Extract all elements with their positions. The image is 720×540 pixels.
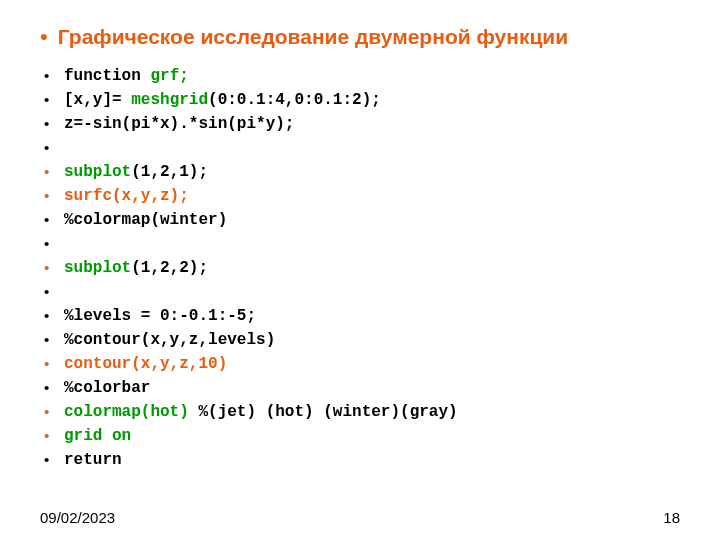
code-text: %contour(x,y,z,levels) bbox=[64, 328, 275, 352]
code-text: contour(x,y,z,10) bbox=[64, 352, 227, 376]
code-line: • colormap(hot) %(jet) (hot) (winter)(gr… bbox=[44, 400, 680, 424]
code-text: %colorbar bbox=[64, 376, 150, 400]
code-line: • contour(x,y,z,10) bbox=[44, 352, 680, 376]
code-line: • %colormap(winter) bbox=[44, 208, 680, 232]
code-line: • return bbox=[44, 448, 680, 472]
code-text: colormap(hot) %(jet) (hot) (winter)(gray… bbox=[64, 400, 458, 424]
code-line-empty: • bbox=[44, 280, 680, 304]
bullet-icon: • bbox=[44, 160, 54, 184]
code-text: surfc(x,y,z); bbox=[64, 184, 189, 208]
code-text: subplot(1,2,2); bbox=[64, 256, 208, 280]
code-text: [x,y]= meshgrid(0:0.1:4,0:0.1:2); bbox=[64, 88, 381, 112]
code-text: subplot(1,2,1); bbox=[64, 160, 208, 184]
code-line-empty: • bbox=[44, 232, 680, 256]
bullet-icon: • bbox=[44, 208, 54, 232]
slide-footer: 09/02/2023 18 bbox=[40, 509, 680, 526]
code-line: • grid on bbox=[44, 424, 680, 448]
code-line: • %contour(x,y,z,levels) bbox=[44, 328, 680, 352]
slide-title: Графическое исследование двумерной функц… bbox=[58, 24, 568, 50]
footer-page-number: 18 bbox=[663, 509, 680, 526]
slide-title-row: • Графическое исследование двумерной фун… bbox=[40, 24, 680, 50]
bullet-icon: • bbox=[44, 376, 54, 400]
bullet-icon: • bbox=[44, 400, 54, 424]
title-bullet-icon: • bbox=[40, 24, 48, 50]
code-line: • function grf; bbox=[44, 64, 680, 88]
code-list: • function grf; • [x,y]= meshgrid(0:0.1:… bbox=[40, 64, 680, 472]
bullet-icon: • bbox=[44, 424, 54, 448]
bullet-icon: • bbox=[44, 64, 54, 88]
bullet-icon: • bbox=[44, 448, 54, 472]
bullet-icon: • bbox=[44, 256, 54, 280]
bullet-icon: • bbox=[44, 184, 54, 208]
footer-date: 09/02/2023 bbox=[40, 509, 115, 526]
code-line: • subplot(1,2,1); bbox=[44, 160, 680, 184]
code-text: %colormap(winter) bbox=[64, 208, 227, 232]
code-text: grid on bbox=[64, 424, 131, 448]
code-text: z=-sin(pi*x).*sin(pi*y); bbox=[64, 112, 294, 136]
bullet-icon: • bbox=[44, 88, 54, 112]
code-line: • %levels = 0:-0.1:-5; bbox=[44, 304, 680, 328]
bullet-icon: • bbox=[44, 136, 54, 160]
code-line: • %colorbar bbox=[44, 376, 680, 400]
code-text: return bbox=[64, 448, 122, 472]
bullet-icon: • bbox=[44, 232, 54, 256]
code-line: • [x,y]= meshgrid(0:0.1:4,0:0.1:2); bbox=[44, 88, 680, 112]
bullet-icon: • bbox=[44, 112, 54, 136]
code-line: • subplot(1,2,2); bbox=[44, 256, 680, 280]
code-line: • surfc(x,y,z); bbox=[44, 184, 680, 208]
bullet-icon: • bbox=[44, 352, 54, 376]
code-text: %levels = 0:-0.1:-5; bbox=[64, 304, 256, 328]
bullet-icon: • bbox=[44, 328, 54, 352]
code-line: • z=-sin(pi*x).*sin(pi*y); bbox=[44, 112, 680, 136]
bullet-icon: • bbox=[44, 280, 54, 304]
code-text: function grf; bbox=[64, 64, 189, 88]
code-line-empty: • bbox=[44, 136, 680, 160]
bullet-icon: • bbox=[44, 304, 54, 328]
